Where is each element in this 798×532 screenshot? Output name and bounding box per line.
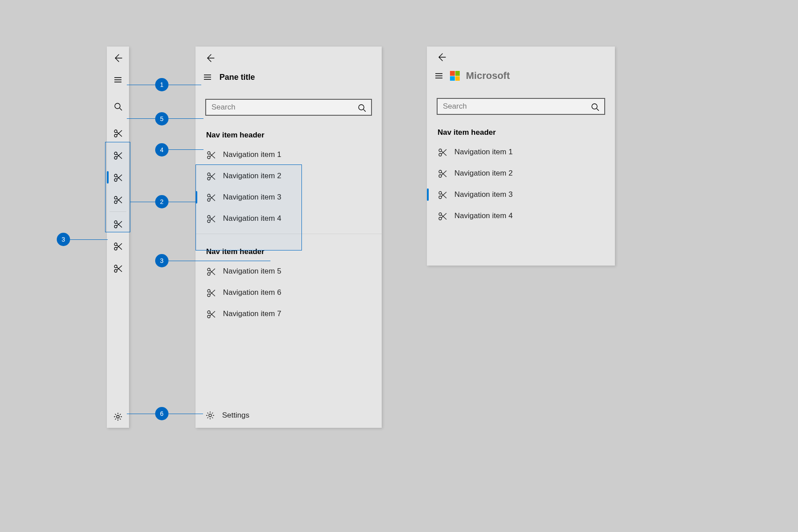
branded-nav-pane: Microsoft Nav item header Navigation ite… xyxy=(427,47,615,266)
pane-title: Pane title xyxy=(219,73,255,82)
scissors-icon xyxy=(438,147,447,157)
nav-item[interactable]: Navigation item 6 xyxy=(196,282,382,303)
back-button[interactable] xyxy=(107,47,129,69)
settings-label: Settings xyxy=(222,411,249,420)
hamburger-icon[interactable] xyxy=(434,71,444,81)
nav-header: Nav item header xyxy=(427,119,615,141)
brand-name: Microsoft xyxy=(466,70,510,82)
diagram-canvas: Pane title Nav item header Navigation it… xyxy=(0,0,798,532)
gear-icon xyxy=(113,412,123,422)
scissors-icon xyxy=(438,168,447,178)
scissors-icon xyxy=(113,263,123,273)
nav-item-label: Navigation item 7 xyxy=(223,309,281,318)
pane-title-row: Pane title xyxy=(196,69,382,86)
callout-connector xyxy=(168,149,203,150)
callout-connector xyxy=(168,261,270,261)
separator xyxy=(196,234,382,234)
nav-icon-item[interactable] xyxy=(107,122,129,144)
nav-item-label: Navigation item 2 xyxy=(223,172,281,180)
callout-connector xyxy=(168,118,203,119)
scissors-icon xyxy=(113,128,123,138)
scissors-icon xyxy=(113,219,123,229)
callout-marker-6: 6 xyxy=(155,407,168,420)
callout-connector xyxy=(130,202,155,202)
nav-item-label: Navigation item 3 xyxy=(223,193,281,202)
brand-title-row: Microsoft xyxy=(427,67,615,85)
nav-item[interactable]: Navigation item 2 xyxy=(427,163,615,184)
nav-icon-item[interactable] xyxy=(107,144,129,166)
microsoft-logo-icon xyxy=(450,71,460,81)
back-button-row[interactable] xyxy=(196,47,382,69)
callout-connector xyxy=(168,202,196,202)
separator xyxy=(110,211,126,212)
scissors-icon xyxy=(113,172,123,182)
search-box[interactable] xyxy=(437,98,605,115)
search-button[interactable] xyxy=(107,95,129,117)
scissors-icon xyxy=(206,266,216,276)
scissors-icon xyxy=(206,309,216,319)
callout-marker-1: 1 xyxy=(155,78,168,91)
callout-connector xyxy=(168,85,201,85)
hamburger-icon[interactable] xyxy=(203,72,212,82)
scissors-icon xyxy=(438,190,447,200)
scissors-icon xyxy=(113,241,123,251)
callout-connector xyxy=(70,239,108,240)
settings-item[interactable]: Settings xyxy=(196,403,382,428)
nav-icon-item[interactable] xyxy=(107,257,129,279)
nav-item-label: Navigation item 4 xyxy=(223,214,281,223)
arrow-left-icon xyxy=(437,52,446,62)
nav-icon-item[interactable] xyxy=(107,188,129,211)
nav-item[interactable]: Navigation item 2 xyxy=(196,165,382,187)
callout-connector xyxy=(127,85,155,85)
hamburger-button[interactable] xyxy=(107,69,129,91)
callout-connector xyxy=(127,414,155,414)
callout-marker-3-center: 3 xyxy=(155,254,168,267)
nav-item[interactable]: Navigation item 7 xyxy=(196,303,382,325)
nav-icon-item[interactable] xyxy=(107,213,129,235)
nav-icon-item-selected[interactable] xyxy=(107,166,129,188)
nav-item-label: Navigation item 5 xyxy=(223,267,281,276)
nav-item-selected[interactable]: Navigation item 3 xyxy=(196,187,382,208)
nav-item-label: Navigation item 3 xyxy=(454,190,512,199)
scissors-icon xyxy=(438,211,447,221)
arrow-left-icon xyxy=(113,53,123,63)
scissors-icon xyxy=(206,192,216,202)
nav-icon-item[interactable] xyxy=(107,235,129,257)
callout-marker-2: 2 xyxy=(155,195,168,208)
nav-item-label: Navigation item 2 xyxy=(454,169,512,178)
nav-header: Nav item header xyxy=(196,239,382,261)
search-box[interactable] xyxy=(205,99,372,116)
nav-item-label: Navigation item 1 xyxy=(454,148,512,156)
gear-icon xyxy=(205,411,215,420)
search-icon xyxy=(357,103,366,112)
hamburger-icon xyxy=(113,75,123,85)
search-icon xyxy=(113,102,123,111)
callout-connector xyxy=(127,118,155,119)
callout-marker-4: 4 xyxy=(155,143,168,156)
selection-indicator xyxy=(196,191,197,203)
scissors-icon xyxy=(113,195,123,204)
nav-item-selected[interactable]: Navigation item 3 xyxy=(427,184,615,205)
search-input[interactable] xyxy=(443,102,590,111)
nav-item-label: Navigation item 1 xyxy=(223,150,281,159)
nav-item[interactable]: Navigation item 5 xyxy=(196,261,382,282)
nav-item-label: Navigation item 6 xyxy=(223,288,281,297)
settings-button[interactable] xyxy=(107,406,129,428)
nav-item-label: Navigation item 4 xyxy=(454,211,512,220)
nav-item[interactable]: Navigation item 4 xyxy=(427,205,615,227)
nav-item[interactable]: Navigation item 4 xyxy=(196,208,382,229)
scissors-icon xyxy=(113,150,123,160)
nav-header: Nav item header xyxy=(196,122,382,144)
callout-connector xyxy=(168,414,203,414)
back-button-row[interactable] xyxy=(427,47,615,67)
nav-item[interactable]: Navigation item 1 xyxy=(196,144,382,165)
callout-marker-5: 5 xyxy=(155,112,168,125)
scissors-icon xyxy=(206,214,216,223)
search-input[interactable] xyxy=(211,103,357,112)
selection-indicator xyxy=(427,188,429,201)
compact-nav-pane xyxy=(107,47,129,428)
scissors-icon xyxy=(206,150,216,160)
nav-item[interactable]: Navigation item 1 xyxy=(427,141,615,163)
scissors-icon xyxy=(206,288,216,297)
scissors-icon xyxy=(206,171,216,181)
